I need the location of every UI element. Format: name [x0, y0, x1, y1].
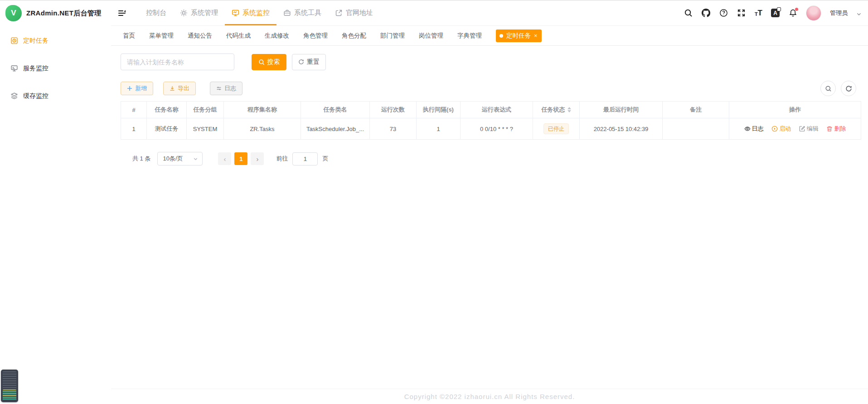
notification-bell-icon[interactable]	[788, 9, 797, 18]
notification-badge	[795, 8, 798, 11]
monitor-icon	[10, 64, 18, 72]
log-button[interactable]: 日志	[210, 82, 242, 95]
current-page-button[interactable]: 1	[234, 152, 247, 165]
table-header-row: # 任务名称 任务分组 程序集名称 任务类名 运行次数 执行间隔(s) 运行表达…	[121, 102, 861, 118]
col-status-label: 任务状态	[542, 106, 565, 114]
prev-page-button[interactable]: ‹	[218, 152, 231, 165]
tabbar: 首页 菜单管理 通知公告 代码生成 生成修改 角色管理 角色分配 部门管理 岗位…	[111, 26, 868, 46]
cell-index: 1	[121, 118, 147, 140]
col-task-group: 任务分组	[187, 102, 224, 118]
sidebar-item-cache-monitor[interactable]: 缓存监控	[0, 82, 111, 110]
row-delete-button[interactable]: 删除	[826, 125, 846, 133]
app-title: ZRAdmin.NET后台管理	[26, 9, 101, 18]
add-button[interactable]: 新增	[121, 82, 153, 95]
search-icon[interactable]	[684, 9, 693, 18]
nav-item-system-management[interactable]: 系统管理	[173, 0, 225, 25]
nav-item-console[interactable]: 控制台	[139, 0, 173, 25]
tab-menu-management[interactable]: 菜单管理	[149, 32, 174, 40]
cell-run-count: 73	[370, 118, 417, 140]
tab-close-icon[interactable]: ×	[534, 33, 538, 39]
font-size-icon[interactable]: TT	[755, 9, 762, 17]
export-button[interactable]: 导出	[163, 82, 196, 95]
pagination-total: 共 1 条	[132, 155, 150, 163]
nav-item-system-monitor[interactable]: 系统监控	[225, 0, 276, 25]
cell-assembly-name: ZR.Tasks	[224, 118, 301, 140]
page-unit-label: 页	[322, 155, 328, 163]
nav-item-label: 官网地址	[346, 9, 373, 17]
reset-button[interactable]: 重置	[292, 54, 326, 70]
export-button-label: 导出	[178, 84, 189, 92]
tab-code-generation[interactable]: 代码生成	[226, 32, 251, 40]
tab-department-management[interactable]: 部门管理	[380, 32, 405, 40]
footer: Copyright ©2022 izhaorui.cn All Rights R…	[111, 389, 868, 404]
search-button-label: 搜索	[267, 58, 280, 66]
log-button-label: 日志	[224, 84, 236, 92]
row-edit-label: 编辑	[807, 125, 819, 133]
cell-last-run-time: 2022-05-15 10:42:39	[580, 118, 663, 140]
sidebar: V ZRAdmin.NET后台管理 定时任务 服务监控 缓存监控	[0, 0, 111, 404]
page-size-value: 10条/页	[163, 155, 183, 163]
header-actions: TT A 管理员	[684, 0, 862, 25]
next-page-button[interactable]: ›	[251, 152, 264, 165]
help-icon[interactable]	[719, 9, 728, 18]
nav-item-label: 系统监控	[242, 9, 270, 17]
sidebar-collapse-icon[interactable]	[111, 0, 133, 25]
chevron-down-icon[interactable]	[856, 10, 862, 16]
cell-cron: 0 0/10 * * * ?	[461, 118, 533, 140]
table-row: 1 测试任务 SYSTEM ZR.Tasks TaskScheduler.Job…	[121, 118, 861, 140]
sidebar-item-service-monitor[interactable]: 服务监控	[0, 54, 111, 82]
trash-icon	[826, 126, 833, 132]
github-icon[interactable]	[702, 9, 711, 18]
fullscreen-icon[interactable]	[737, 9, 746, 18]
cell-actions: 日志 启动 编辑 删除	[729, 118, 861, 140]
search-button[interactable]: 搜索	[252, 54, 286, 70]
chevron-down-icon	[193, 156, 198, 161]
mini-monitor-widget[interactable]	[1, 370, 18, 402]
cell-class-name: TaskScheduler.Job_...	[301, 118, 370, 140]
tab-dictionary-management[interactable]: 字典管理	[457, 32, 482, 40]
tab-post-management[interactable]: 岗位管理	[419, 32, 443, 40]
user-name[interactable]: 管理员	[830, 9, 848, 17]
status-badge: 已停止	[543, 123, 569, 134]
cell-interval: 1	[417, 118, 461, 140]
tab-scheduled-tasks-active[interactable]: 定时任务 ×	[496, 29, 542, 42]
goto-page-input[interactable]	[292, 152, 318, 165]
tab-generation-edit[interactable]: 生成修改	[265, 32, 289, 40]
sort-carets-icon	[567, 107, 571, 112]
row-start-label: 启动	[779, 125, 791, 133]
tab-label: 定时任务	[506, 32, 531, 40]
sidebar-item-label: 缓存监控	[23, 92, 48, 100]
row-log-button[interactable]: 日志	[744, 125, 764, 133]
sidebar-item-label: 服务监控	[23, 64, 48, 73]
row-start-button[interactable]: 启动	[771, 125, 791, 133]
edit-icon	[799, 126, 805, 132]
monitor-chart-icon	[232, 9, 239, 17]
status-sort-control[interactable]: 任务状态	[542, 106, 571, 114]
avatar[interactable]	[806, 5, 821, 21]
toggle-search-icon[interactable]	[820, 81, 836, 96]
active-tab-dot-icon	[499, 34, 503, 38]
col-run-count: 运行次数	[370, 102, 417, 118]
search-icon	[258, 59, 265, 65]
col-class-name: 任务类名	[301, 102, 370, 118]
gear-icon	[180, 9, 188, 17]
search-form: 搜索 重置	[121, 54, 859, 70]
sidebar-item-scheduled-tasks[interactable]: 定时任务	[0, 27, 111, 54]
col-last-run-time: 最后运行时间	[580, 102, 663, 118]
nav-item-system-tools[interactable]: 系统工具	[276, 0, 328, 25]
col-index: #	[121, 102, 147, 118]
tab-home[interactable]: 首页	[123, 32, 135, 40]
cell-remark	[663, 118, 729, 140]
row-edit-button[interactable]: 编辑	[799, 125, 819, 133]
page-size-select[interactable]: 10条/页	[157, 152, 203, 165]
tab-role-assignment[interactable]: 角色分配	[342, 32, 366, 40]
tab-notice[interactable]: 通知公告	[188, 32, 212, 40]
task-name-input[interactable]	[121, 54, 234, 70]
tab-role-management[interactable]: 角色管理	[303, 32, 328, 40]
refresh-table-icon[interactable]	[841, 81, 856, 96]
reset-button-label: 重置	[307, 58, 320, 66]
col-assembly-name: 程序集名称	[224, 102, 301, 118]
nav-item-official-site[interactable]: 官网地址	[328, 0, 380, 25]
sliders-icon	[216, 86, 222, 91]
translate-icon[interactable]: A	[771, 9, 780, 17]
